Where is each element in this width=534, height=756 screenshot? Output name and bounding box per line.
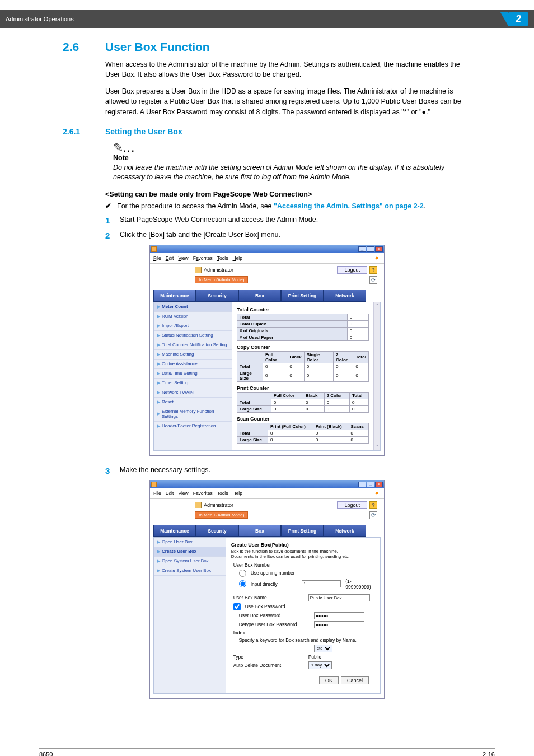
mode-button[interactable]: In Menu (Admin Mode) — [195, 511, 248, 519]
menu-help[interactable]: Help — [233, 255, 242, 261]
step-2-number: 2 — [105, 231, 120, 240]
form-desc: Box is the function to save documents in… — [231, 549, 374, 559]
sidebar-item-reset[interactable]: ▶Reset — [154, 398, 232, 407]
direct-range: (1-999999999) — [345, 578, 374, 590]
tri-icon: ▶ — [157, 314, 160, 319]
menu-favorites[interactable]: Favorites — [193, 491, 213, 496]
sidebar-item-network-twain[interactable]: ▶Network TWAIN — [154, 388, 232, 398]
close-button[interactable]: × — [375, 246, 383, 252]
menu-view[interactable]: View — [178, 255, 188, 261]
admin-icon — [195, 502, 202, 508]
help-icon[interactable]: ? — [369, 266, 377, 274]
main-tabs-2: Maintenance Security Box Print Setting N… — [153, 525, 381, 537]
tri-icon: ▶ — [157, 343, 160, 347]
tab-maintenance[interactable]: Maintenance — [153, 525, 196, 537]
sidebar-item-import-export[interactable]: ▶Import/Export — [154, 321, 232, 331]
menu-view[interactable]: View — [178, 491, 188, 496]
select-index[interactable]: etc — [314, 645, 332, 652]
input-direct-value[interactable] — [302, 580, 341, 587]
tab-security[interactable]: Security — [196, 525, 238, 537]
sidebar-item-online-assist[interactable]: ▶Online Assistance — [154, 360, 232, 369]
print-counter-label: Print Counter — [237, 385, 369, 391]
menu-favorites[interactable]: Favorites — [193, 255, 213, 261]
page-content: 2.6User Box Function When access to the … — [24, 40, 510, 731]
use-pwd-label: Use Box Password. — [245, 604, 287, 609]
radio-use-opening[interactable] — [239, 570, 246, 577]
tab-box[interactable]: Box — [238, 290, 281, 302]
screenshot-1-window: _ □ × File Edit View Favorites Tools Hel… — [149, 245, 385, 456]
input-box-name[interactable] — [308, 594, 370, 601]
tab-network[interactable]: Network — [324, 290, 366, 302]
tab-network[interactable]: Network — [324, 525, 366, 537]
menu-tools[interactable]: Tools — [217, 255, 228, 261]
print-counter-table: Full ColorBlack2 ColorTotal Total0000 La… — [237, 392, 369, 413]
sidebar-item-open-user-box[interactable]: ▶Open User Box — [154, 538, 226, 547]
menu-edit[interactable]: Edit — [166, 491, 174, 496]
subsection-name: Setting the User Box — [105, 127, 182, 136]
tab-print-setting[interactable]: Print Setting — [281, 525, 324, 537]
mode-button[interactable]: In Menu (Admin Mode) — [195, 276, 248, 283]
mainpane-1: Total Counter Total0 Total Duplex0 # of … — [232, 302, 373, 450]
sidebar-item-create-user-box[interactable]: ▶Create User Box — [154, 547, 226, 557]
form-title: Create User Box(Public) — [231, 542, 374, 548]
sidebar-item-machine-setting[interactable]: ▶Machine Setting — [154, 350, 232, 360]
menu-file[interactable]: File — [153, 491, 161, 496]
maximize-button[interactable]: □ — [367, 482, 374, 487]
refresh-icon[interactable]: ⟳ — [369, 511, 377, 519]
minimize-button[interactable]: _ — [358, 246, 366, 252]
note-label: Note — [113, 154, 471, 162]
admin-strip: Administrator Logout ? — [150, 264, 384, 275]
minimize-button[interactable]: _ — [358, 482, 366, 487]
menu-edit[interactable]: Edit — [166, 255, 174, 261]
checkbox-use-pwd[interactable] — [233, 603, 241, 610]
note-icon: ✎ — [113, 141, 123, 155]
setting-subheading: <Setting can be made only from PageScope… — [105, 190, 471, 198]
menu-file[interactable]: File — [153, 255, 161, 261]
scroll-down-icon[interactable]: ˅ — [376, 445, 378, 450]
radio-input-directly[interactable] — [239, 580, 246, 587]
opt-use-opening: Use opening number — [239, 570, 374, 577]
note-icon-row: ✎... — [113, 141, 471, 155]
type-value: Public — [308, 654, 321, 660]
menu-tools[interactable]: Tools — [217, 491, 228, 496]
sidebar-item-status-notif[interactable]: ▶Status Notification Setting — [154, 331, 232, 340]
sidebar-item-rom[interactable]: ▶ROM Version — [154, 312, 232, 321]
maximize-button[interactable]: □ — [367, 246, 374, 252]
scrollbar[interactable]: ˄˅ — [373, 302, 380, 450]
input-retype[interactable] — [314, 621, 364, 628]
cancel-button[interactable]: Cancel — [341, 676, 369, 684]
tab-maintenance[interactable]: Maintenance — [153, 290, 196, 302]
checkmark-icon: ✔ — [105, 202, 111, 210]
paragraph-1: When access to the Administrator of the … — [105, 59, 471, 80]
sidebar-item-header-footer[interactable]: ▶Header/Footer Registration — [154, 422, 232, 431]
tri-icon: ▶ — [157, 412, 160, 416]
footer-rule — [39, 748, 495, 749]
select-auto-delete[interactable]: 1 day — [308, 661, 332, 669]
paragraph-2: User Box prepares a User Box in the HDD … — [105, 86, 471, 116]
logout-button[interactable]: Logout — [337, 501, 367, 509]
scan-counter-label: Scan Counter — [237, 416, 369, 422]
tab-box[interactable]: Box — [238, 525, 281, 537]
ref-link[interactable]: "Accessing the Admin. Settings" on page … — [274, 202, 424, 210]
sidebar-item-ext-mem[interactable]: ▶External Memory Function Settings — [154, 407, 232, 422]
scroll-up-icon[interactable]: ˄ — [376, 303, 378, 308]
logout-button[interactable]: Logout — [337, 266, 367, 274]
menu-help[interactable]: Help — [233, 491, 242, 496]
sidebar-item-datetime[interactable]: ▶Date/Time Setting — [154, 369, 232, 379]
sidebar-item-total-counter-notif[interactable]: ▶Total Counter Notification Setting — [154, 340, 232, 350]
screenshot-2-wrap: _ □ × File Edit View Favorites Tools Hel… — [63, 480, 471, 699]
close-button[interactable]: × — [375, 482, 383, 487]
ok-button[interactable]: OK — [319, 676, 339, 684]
sidebar-item-meter-count[interactable]: ▶Meter Count — [154, 302, 232, 312]
input-pwd[interactable] — [314, 612, 364, 619]
refresh-icon[interactable]: ⟳ — [369, 276, 377, 284]
admin-strip-2: Administrator Logout ? — [150, 499, 384, 510]
admin-icon — [195, 267, 202, 273]
help-icon[interactable]: ? — [369, 501, 377, 509]
sidebar-item-open-sys-box[interactable]: ▶Open System User Box — [154, 557, 226, 566]
tab-print-setting[interactable]: Print Setting — [281, 290, 324, 302]
retype-label: Retype User Box Password — [239, 622, 310, 627]
tab-security[interactable]: Security — [196, 290, 238, 302]
sidebar-item-timer[interactable]: ▶Timer Setting — [154, 379, 232, 388]
sidebar-item-create-sys-box[interactable]: ▶Create System User Box — [154, 566, 226, 576]
